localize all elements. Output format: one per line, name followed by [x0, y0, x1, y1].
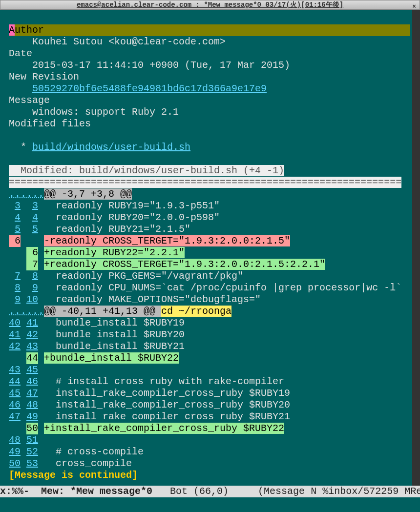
- diff-line: 44 46 # install cross ruby with rake-com…: [9, 376, 410, 388]
- message-continued: [Message is continued]: [9, 470, 410, 481]
- diff-line: 8 9 readonly CPU_NUMS=`cat /proc/cpuinfo…: [9, 282, 410, 294]
- major-modes: (Message N %inbox/572259 MRev Anzu WS) N: [258, 486, 420, 497]
- diff-line: 7 8 readonly PKG_GEMS="/vagrant/pkg": [9, 270, 410, 282]
- window-title: emacs@acelian.clear-code.com : *Mew mess…: [77, 0, 343, 11]
- revision-value: 50529270bf6e5488fe94981bd6c17d366a9e17e9: [9, 83, 410, 95]
- diff-line: 4 4 readonly RUBY20="2.0.0-p598": [9, 212, 410, 224]
- buffer-name: Mew: *Mew message*0: [41, 486, 152, 497]
- diff-line: 48 51: [9, 434, 410, 446]
- revision-label: New Revision: [9, 71, 410, 83]
- revision-link[interactable]: 50529270bf6e5488fe94981bd6c17d366a9e17e9: [32, 83, 267, 94]
- diff-line-add: 7 +readonly CROSS_TERGET="1.9.3:2.0.0:2.…: [9, 259, 410, 270]
- left-margin: [0, 10, 9, 486]
- close-icon[interactable]: ×: [411, 1, 418, 8]
- diff-line: 5 5 readonly RUBY21="2.1.5": [9, 224, 410, 235]
- diff-file-header: Modified: build/windows/user-build.sh (+…: [9, 165, 410, 177]
- diff-line: 3 3 readonly RUBY19="1.9.3-p551": [9, 200, 410, 212]
- diff-line: 42 43 bundle_install $RUBY21: [9, 341, 410, 352]
- diff-line-add: 6 +readonly RUBY22="2.2.1": [9, 247, 410, 259]
- modeline[interactable]: x:%%- Mew: *Mew message*0 Bot (66,0) (Me…: [0, 486, 420, 497]
- emacs-window: emacs@acelian.clear-code.com : *Mew mess…: [0, 0, 420, 512]
- cursor: A: [9, 24, 15, 36]
- diff-line-add: 44 +bundle_install $RUBY22: [9, 352, 410, 364]
- diff-hunk-2: ......@@ -40,11 +41,13 @@ cd ~/rroonga: [9, 306, 410, 317]
- diff-line: 43 45: [9, 364, 410, 376]
- modified-label: Modified files: [9, 118, 410, 130]
- date-label: Date: [9, 48, 410, 60]
- diff-line-del: 6 -readonly CROSS_TERGET="1.9.3:2.0.0:2.…: [9, 235, 410, 247]
- modified-file: * build/windows/user-build.sh: [9, 142, 410, 153]
- blank-line: [9, 130, 410, 142]
- diff-separator: ========================================…: [9, 177, 410, 188]
- editor-area[interactable]: Author Kouhei Sutou <kou@clear-code.com>…: [0, 10, 420, 486]
- message-value: windows: support Ruby 2.1: [9, 106, 410, 118]
- diff-line: 50 53 cross_compile: [9, 458, 410, 470]
- scrollbar-thumb[interactable]: [412, 244, 420, 283]
- diff-line: 40 41 bundle_install $RUBY19: [9, 317, 410, 329]
- message-label: Message: [9, 95, 410, 106]
- titlebar[interactable]: emacs@acelian.clear-code.com : *Mew mess…: [0, 0, 420, 10]
- date-value: 2015-03-17 11:44:10 +0900 (Tue, 17 Mar 2…: [9, 60, 410, 71]
- diff-line-add: 50 +install_rake_compiler_cross_ruby $RU…: [9, 423, 410, 434]
- diff-line: 9 10 readonly MAKE_OPTIONS="debugflags=": [9, 294, 410, 306]
- diff-hunk-1: ......@@ -3,7 +3,8 @@: [9, 188, 410, 200]
- author-label: Author: [9, 24, 410, 36]
- diff-line: 41 42 bundle_install $RUBY20: [9, 329, 410, 341]
- minibuffer[interactable]: [0, 497, 420, 512]
- diff-line: 46 48 install_rake_compiler_cross_ruby $…: [9, 399, 410, 411]
- blank-line: [9, 153, 410, 165]
- diff-line: 45 47 install_rake_compiler_cross_ruby $…: [9, 388, 410, 399]
- diff-line: 49 52 # cross-compile: [9, 446, 410, 458]
- author-value: Kouhei Sutou <kou@clear-code.com>: [9, 36, 410, 48]
- modified-link[interactable]: build/windows/user-build.sh: [32, 142, 190, 153]
- cursor-position: Bot (66,0): [152, 486, 258, 497]
- diff-line: 47 49 install_rake_compiler_cross_ruby $…: [9, 411, 410, 423]
